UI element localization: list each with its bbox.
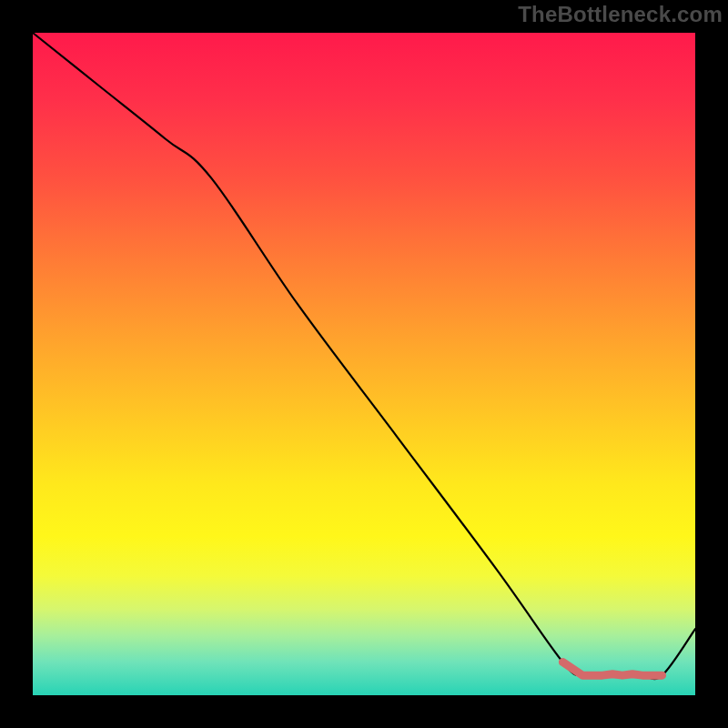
main-curve	[33, 33, 695, 679]
chart-stage: TheBottleneck.com	[0, 0, 728, 728]
watermark-text: TheBottleneck.com	[518, 2, 723, 27]
plot-area	[33, 33, 695, 695]
chart-svg	[33, 33, 695, 695]
highlight-flat-curve	[562, 662, 662, 676]
